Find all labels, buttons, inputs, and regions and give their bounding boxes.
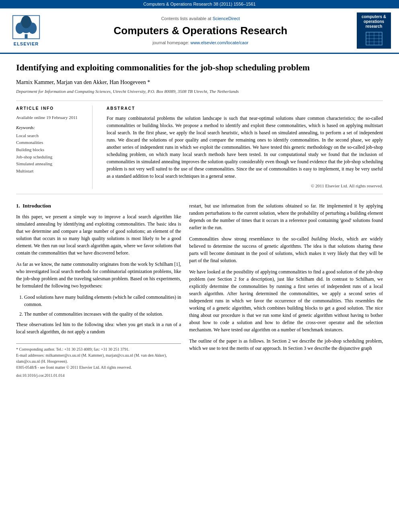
list-item-1: Good solutions have many building elemen…: [24, 294, 181, 308]
keyword-4: Job-shop scheduling: [16, 154, 86, 161]
homepage-line: journal homepage: www.elsevier.com/locat…: [50, 40, 351, 46]
elsevier-text: ELSEVIER: [14, 41, 39, 47]
article-affiliation: Department for Information and Computing…: [16, 88, 383, 94]
section1-list: Good solutions have many building elemen…: [24, 294, 181, 318]
contents-line: Contents lists available at ScienceDirec…: [50, 16, 351, 22]
section1-para1: In this paper, we present a simple way t…: [16, 213, 181, 257]
copyright-footnote: 0305-0548/$ - see front matter © 2011 El…: [16, 364, 181, 370]
abstract-section: ABSTRACT For many combinatorial problems…: [101, 106, 383, 189]
section1-right-para2: Commonalities show strong resemblance to…: [189, 235, 383, 264]
footnote-section: * Corresponding author. Tel.: +31 30 253…: [16, 343, 181, 378]
email-footnote: E-mail addresses: milkammer@cs.uu.nl (M.…: [16, 352, 181, 364]
keywords-label: Keywords:: [16, 125, 86, 131]
banner-text: Computers & Operations Research 38 (2011…: [143, 2, 255, 6]
article-body: Identifying and exploiting commonalities…: [0, 54, 399, 386]
keywords-list: Local search Commonalities Building bloc…: [16, 132, 86, 175]
svg-point-4: [21, 16, 31, 29]
article-authors: Marnix Kammer, Marjan van den Akker, Han…: [16, 78, 383, 86]
journal-title: Computers & Operations Research: [50, 23, 351, 38]
elsevier-logo: ELSEVIER: [8, 12, 44, 49]
section1-para-after-list: These observations led him to the follow…: [16, 321, 181, 335]
section1-right-para4: The outline of the paper is as follows. …: [189, 337, 383, 352]
article-title: Identifying and exploiting commonalities…: [16, 62, 383, 74]
abstract-text: For many combinatorial problems the solu…: [107, 115, 383, 180]
copyright-line: © 2011 Elsevier Ltd. All rights reserved…: [107, 183, 383, 189]
article-info-abstract: ARTICLE INFO Available online 19 Februar…: [16, 101, 383, 194]
journal-header: ELSEVIER Contents lists available at Sci…: [0, 8, 399, 54]
top-banner: Computers & Operations Research 38 (2011…: [0, 0, 399, 8]
section1-para2: As far as we know, the name commonality …: [16, 261, 181, 290]
corresponding-author: * Corresponding author. Tel.: +31 30 253…: [16, 346, 181, 352]
keyword-3: Building blocks: [16, 146, 86, 154]
list-item-2: The number of commonalities increases wi…: [24, 310, 181, 318]
homepage-link[interactable]: www.elsevier.com/locate/caor: [190, 40, 248, 45]
header-center: Contents lists available at ScienceDirec…: [50, 16, 351, 46]
doi-line: doi:10.1016/j.cor.2011.01.014: [16, 372, 181, 378]
main-columns: 1. Introduction In this paper, we presen…: [16, 202, 383, 378]
article-info-heading: ARTICLE INFO: [16, 106, 86, 111]
section1-right-para1: restart, but use information from the so…: [189, 202, 383, 231]
cor-logo: computers & operations research: [357, 12, 391, 49]
keyword-5: Simulated annealing: [16, 160, 86, 168]
keyword-1: Local search: [16, 132, 86, 140]
col-left: 1. Introduction In this paper, we presen…: [16, 202, 181, 378]
section1-title: 1. Introduction: [16, 202, 181, 210]
section1-right-para3: We have looked at the possibility of app…: [189, 268, 383, 333]
keyword-6: Multistart: [16, 168, 86, 175]
available-online: Available online 19 February 2011: [16, 115, 86, 121]
svg-rect-0: [25, 34, 28, 39]
abstract-heading: ABSTRACT: [107, 106, 383, 111]
article-info: ARTICLE INFO Available online 19 Februar…: [16, 106, 93, 189]
keyword-2: Commonalities: [16, 139, 86, 146]
col-right: restart, but use information from the so…: [189, 202, 383, 378]
